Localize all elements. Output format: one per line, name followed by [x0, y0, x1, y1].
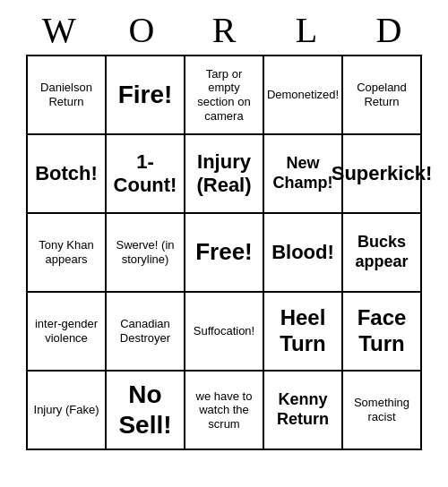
cell-1-4[interactable]: Demonetized!	[264, 56, 343, 135]
header-letter-r: R	[185, 9, 263, 51]
cell-4-4[interactable]: Heel Turn	[264, 293, 343, 372]
header-letter-w: W	[20, 9, 99, 51]
header-letter-l: L	[267, 9, 346, 51]
cell-2-1[interactable]: Botch!	[28, 135, 107, 214]
cell-1-1[interactable]: Danielson Return	[28, 56, 107, 135]
header-letter-d: D	[349, 9, 428, 51]
cell-4-3[interactable]: Suffocation!	[185, 293, 264, 372]
cell-5-1[interactable]: Injury (Fake)	[28, 372, 107, 450]
cell-3-2[interactable]: Swerve! (in storyline)	[107, 214, 185, 293]
bingo-header: W O R L D	[18, 9, 430, 51]
header-letter-o: O	[102, 9, 181, 51]
cell-5-3[interactable]: we have to watch the scrum	[185, 372, 264, 450]
cell-2-2[interactable]: 1-Count!	[107, 135, 185, 214]
cell-4-1[interactable]: inter-gender violence	[28, 293, 107, 372]
cell-2-3[interactable]: Injury (Real)	[185, 135, 264, 214]
cell-5-2[interactable]: No Sell!	[107, 372, 185, 450]
cell-1-3[interactable]: Tarp or empty section on camera	[185, 56, 264, 135]
cell-4-5[interactable]: Face Turn	[343, 293, 422, 372]
cell-3-1[interactable]: Tony Khan appears	[28, 214, 107, 293]
cell-4-2[interactable]: Canadian Destroyer	[107, 293, 185, 372]
bingo-grid: Danielson Return Fire! Tarp or empty sec…	[26, 55, 422, 450]
cell-3-5[interactable]: Bucks appear	[343, 214, 422, 293]
cell-1-2[interactable]: Fire!	[107, 56, 185, 135]
cell-3-4[interactable]: Blood!	[264, 214, 343, 293]
cell-1-5[interactable]: Copeland Return	[343, 56, 422, 135]
cell-2-5[interactable]: Superkick!	[343, 135, 422, 214]
cell-3-3[interactable]: Free!	[185, 214, 264, 293]
cell-5-4[interactable]: Kenny Return	[264, 372, 343, 450]
cell-5-5[interactable]: Something racist	[343, 372, 422, 450]
